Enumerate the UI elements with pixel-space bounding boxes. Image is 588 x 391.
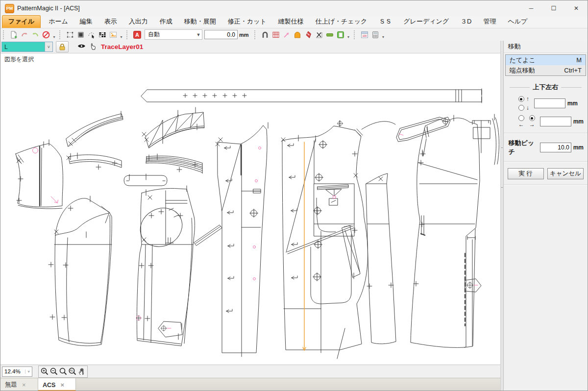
radio-up[interactable] [518, 96, 524, 102]
toolbar-grip[interactable] [3, 30, 6, 39]
tab-acs[interactable]: ACS × [38, 378, 76, 391]
piece-side-panel[interactable] [362, 122, 396, 344]
layer-lock-button[interactable] [56, 41, 69, 52]
window-title: PatternMagic II - [ACS] [17, 5, 80, 12]
menu-finish-check[interactable]: 仕上げ・チェック [310, 16, 373, 28]
radio-down[interactable] [518, 105, 524, 111]
piece-epaulette[interactable] [396, 117, 450, 156]
piece-collar-zigzag[interactable] [142, 107, 204, 148]
menu-view[interactable]: 表示 [98, 16, 123, 28]
green-page-icon[interactable] [335, 29, 346, 40]
direction-group-title: 上下左右 [507, 83, 585, 92]
piece-back-panel[interactable] [411, 115, 480, 347]
select-rectangle-icon[interactable] [65, 29, 75, 40]
up-arrow-icon: ↑ [526, 96, 529, 102]
lasso-select-icon[interactable] [86, 29, 97, 40]
vertical-distance-input[interactable] [534, 98, 565, 108]
tools-dropdown-icon[interactable]: ▾ [346, 29, 351, 40]
menu-modify-cut[interactable]: 修正・カット [222, 16, 272, 28]
red-pin-icon[interactable] [303, 29, 314, 40]
orange-dome-icon[interactable] [292, 29, 303, 40]
new-document-icon[interactable] [8, 29, 19, 40]
menu-move-expand[interactable]: 移動・展開 [178, 16, 222, 28]
piece-jacket-front[interactable] [281, 121, 368, 359]
select-dropdown-icon[interactable]: ▾ [119, 29, 124, 40]
radio-right[interactable] [529, 115, 535, 121]
toolbar-grip[interactable] [354, 30, 357, 39]
close-icon[interactable]: × [60, 381, 64, 389]
layer-pick-button[interactable] [90, 42, 96, 52]
piece-front-facing[interactable] [216, 122, 268, 357]
down-arrow-icon: ↓ [526, 104, 529, 111]
filled-select-icon[interactable] [75, 29, 86, 40]
radio-left[interactable] [518, 115, 524, 121]
pink-arrow-icon[interactable] [281, 29, 292, 40]
misc-dropdown-icon[interactable]: ▾ [381, 29, 386, 40]
horizontal-distance-input[interactable] [540, 117, 571, 126]
calendar-icon[interactable]: 100 [359, 29, 370, 40]
piece-multistrip[interactable] [146, 154, 202, 173]
menu-manage[interactable]: 管理 [478, 16, 502, 28]
minimize-button[interactable]: ─ [520, 0, 542, 16]
layer-visibility-button[interactable] [77, 43, 86, 51]
zoom-out-button[interactable] [49, 367, 58, 376]
horizontal-direction-row: ←→ mm [518, 115, 584, 128]
toolbar-grip[interactable] [126, 30, 130, 39]
grid-table-icon[interactable] [97, 29, 108, 40]
piece-strip-left[interactable] [67, 153, 122, 170]
tab-untitled[interactable]: 無題 × [0, 378, 38, 391]
cancel-command-icon[interactable] [41, 29, 51, 40]
menu-io[interactable]: 入出力 [123, 16, 154, 28]
zoom-in-button[interactable] [40, 367, 49, 376]
menu-help[interactable]: ヘルプ [502, 16, 534, 28]
undo-dropdown-icon[interactable]: ▾ [51, 29, 57, 40]
maximize-button[interactable]: ☐ [542, 0, 565, 16]
menu-file[interactable]: ファイル [2, 15, 41, 28]
menu-create[interactable]: 作成 [154, 16, 178, 28]
command-tateyoko[interactable]: たてよこ M [506, 55, 586, 65]
piece-under-sleeve[interactable] [49, 196, 112, 346]
toolbar-grip[interactable] [59, 30, 63, 39]
snap-mode-combo[interactable]: 自動▼ [145, 29, 202, 40]
undo-icon[interactable] [19, 29, 30, 40]
execute-button[interactable]: 実 行 [508, 168, 544, 179]
image-icon[interactable] [108, 29, 119, 40]
toolbar: ▾ ▾ A 自動▼ mm ▾ 100 ▾ [0, 28, 588, 41]
toolbar-grip[interactable] [254, 30, 258, 39]
layer-selector[interactable]: L ˅ [1, 42, 53, 52]
menu-grading[interactable]: グレーディング [397, 16, 455, 28]
pan-hand-button[interactable] [77, 367, 86, 376]
piece-edge-curve[interactable] [492, 114, 499, 165]
menu-3d[interactable]: ３D [455, 16, 477, 28]
font-color-icon[interactable]: A [132, 29, 143, 40]
green-bar-icon[interactable] [324, 29, 335, 40]
pattern-drawing[interactable] [0, 53, 500, 365]
cancel-button[interactable]: キャンセル [547, 168, 584, 179]
close-icon[interactable]: × [22, 381, 26, 389]
seam-grid-icon[interactable] [270, 29, 281, 40]
zoom-level-combo[interactable]: 12.4% ˅ [2, 367, 32, 377]
menu-sewing-spec[interactable]: 縫製仕様 [272, 16, 310, 28]
piece-upper-sleeve[interactable] [133, 186, 222, 346]
piece-pentagon-tab[interactable] [465, 279, 481, 292]
zoom-window-button[interactable] [58, 367, 68, 376]
piece-stadium-band[interactable] [124, 174, 167, 186]
piece-button-tab[interactable] [472, 121, 490, 153]
move-pitch-input[interactable] [540, 143, 571, 152]
pattern-canvas[interactable]: 図形を選択 [0, 53, 500, 365]
redo-icon[interactable] [30, 29, 41, 40]
piece-bodice-left[interactable] [16, 140, 63, 209]
ruler-x-icon[interactable] [314, 29, 324, 40]
menu-home[interactable]: ホーム [43, 16, 74, 28]
close-button[interactable]: ✕ [565, 0, 588, 16]
offset-value-input[interactable] [204, 30, 238, 39]
active-layer-name[interactable]: TraceLayer01 [101, 43, 143, 50]
menu-ss[interactable]: ＳＳ [373, 16, 397, 28]
magnet-snap-icon[interactable] [260, 29, 270, 40]
zoom-all-button[interactable]: ALL [68, 367, 77, 376]
calculator-icon[interactable] [370, 29, 381, 40]
piece-collar-band[interactable] [66, 111, 123, 147]
command-endpoint-move[interactable]: 端点移動 Ctrl+T [506, 65, 586, 75]
menu-edit[interactable]: 編集 [74, 16, 98, 28]
piece-belt[interactable] [141, 89, 482, 103]
